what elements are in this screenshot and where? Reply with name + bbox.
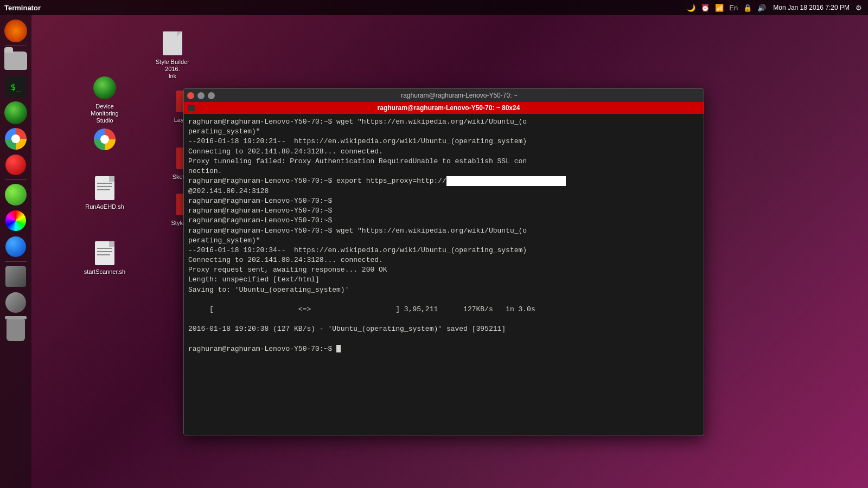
terminal-line-12: raghuram@raghuram-Lenovo-Y50-70:~$ wget … bbox=[188, 226, 699, 236]
dock-item-red-app[interactable] bbox=[3, 152, 28, 177]
dock-item-sketchup[interactable] bbox=[3, 182, 28, 207]
terminal-line-21 bbox=[188, 314, 699, 324]
desktop-icon-start-scanner[interactable]: startScanner.sh bbox=[83, 240, 126, 275]
dock-item-trash[interactable] bbox=[3, 316, 28, 341]
start-scanner-icon bbox=[92, 240, 118, 266]
terminal-line-3: --2016-01-18 19:20:21-- https://en.wikip… bbox=[188, 137, 699, 146]
terminal-menu-icon bbox=[188, 105, 195, 111]
redacted-proxy bbox=[446, 176, 566, 186]
terminal-window: raghuram@raghuram-Lenovo-Y50-70: ~ raghu… bbox=[183, 88, 704, 435]
terminal-line-24: raghuram@raghuram-Lenovo-Y50-70:~$ bbox=[188, 344, 699, 354]
terminal-line-11: raghuram@raghuram-Lenovo-Y50-70:~$ bbox=[188, 216, 699, 226]
terminal-line-7: raghuram@raghuram-Lenovo-Y50-70:~$ expor… bbox=[188, 176, 699, 187]
terminal-min-btn[interactable] bbox=[197, 92, 205, 99]
terminal-line-20: [ <=> ] 3,95,211 127KB/s in 3.0s bbox=[188, 305, 699, 314]
dock-item-disk1[interactable] bbox=[3, 264, 28, 289]
dock-item-files[interactable] bbox=[3, 48, 28, 73]
terminal-line-23 bbox=[188, 335, 699, 344]
terminal-close-btn[interactable] bbox=[187, 92, 194, 99]
settings-icon[interactable]: ⚙ bbox=[854, 3, 864, 12]
taskbar-title: Terminator bbox=[4, 4, 41, 12]
desktop: Style Builder 2016.lnk Device Monitoring… bbox=[31, 15, 868, 488]
dock-item-disk2[interactable] bbox=[3, 290, 28, 315]
terminal-line-19 bbox=[188, 295, 699, 305]
terminal-menubar: raghuram@raghuram-Lenovo-Y50-70: ~ 80x24 bbox=[184, 102, 704, 114]
taskbar-top: Terminator 🌙 ⏰ 📶 En 🔒 🔊 Mon Jan 18 2016 … bbox=[0, 0, 868, 15]
terminal-menubar-title: raghuram@raghuram-Lenovo-Y50-70: ~ 80x24 bbox=[198, 104, 699, 112]
terminal-line-15: Connecting to 202.141.80.24:3128... conn… bbox=[188, 255, 699, 265]
style-builder-label: Style Builder 2016.lnk bbox=[151, 59, 194, 80]
terminal-line-9: raghuram@raghuram-Lenovo-Y50-70:~$ bbox=[188, 196, 699, 206]
dock-item-blue[interactable] bbox=[3, 234, 28, 259]
dms-label: Device MonitoringStudio bbox=[83, 103, 126, 125]
dock-item-ubuntu[interactable] bbox=[3, 18, 28, 43]
terminal-line-22: 2016-01-18 19:20:38 (127 KB/s) - 'Ubuntu… bbox=[188, 324, 699, 334]
dock-item-chrome[interactable] bbox=[3, 126, 28, 151]
terminal-line-14: --2016-01-18 19:20:34-- https://en.wikip… bbox=[188, 246, 699, 255]
terminal-line-2: perating_system)" bbox=[188, 127, 699, 137]
terminal-titlebar: raghuram@raghuram-Lenovo-Y50-70: ~ bbox=[184, 89, 704, 102]
dock-separator-2 bbox=[5, 179, 27, 180]
terminal-line-17: Length: unspecified [text/html] bbox=[188, 275, 699, 285]
dms-icon bbox=[92, 75, 118, 101]
terminal-max-btn[interactable] bbox=[208, 92, 215, 99]
terminal-titlebar-title: raghuram@raghuram-Lenovo-Y50-70: ~ bbox=[218, 92, 700, 99]
dock-separator bbox=[5, 46, 27, 46]
desktop-icon-runao[interactable]: RunAoEHD.sh bbox=[83, 175, 126, 210]
terminal-line-10: raghuram@raghuram-Lenovo-Y50-70:~$ bbox=[188, 206, 699, 216]
chrome-icon bbox=[92, 126, 118, 152]
desktop-icon-dms[interactable]: Device MonitoringStudio bbox=[83, 75, 126, 125]
runao-icon bbox=[92, 175, 118, 201]
terminal-line-18: Saving to: 'Ubuntu_(operating_system)' bbox=[188, 285, 699, 295]
terminal-line-6: nection. bbox=[188, 166, 699, 176]
taskbar-right: 🌙 ⏰ 📶 En 🔒 🔊 Mon Jan 18 2016 7:20 PM ⚙ bbox=[686, 3, 864, 12]
terminal-line-13: perating_system)" bbox=[188, 236, 699, 246]
wifi-icon: 📶 bbox=[714, 3, 724, 12]
volume-icon: 🔊 bbox=[757, 3, 767, 12]
clock-icon: ⏰ bbox=[700, 3, 710, 12]
desktop-icon-chrome[interactable] bbox=[83, 126, 126, 155]
style-builder-icon bbox=[159, 30, 186, 56]
terminal-line-4: Connecting to 202.141.80.24:3128... conn… bbox=[188, 147, 699, 157]
terminal-line-1: raghuram@raghuram-Lenovo-Y50-70:~$ wget … bbox=[188, 117, 699, 127]
dock-separator-3 bbox=[5, 261, 27, 262]
terminal-line-5: Proxy tunneling failed: Proxy Authentica… bbox=[188, 157, 699, 166]
datetime: Mon Jan 18 2016 7:20 PM bbox=[773, 4, 850, 11]
dock-item-colorful[interactable] bbox=[3, 208, 28, 233]
dock-item-terminal[interactable]: $_ bbox=[3, 74, 28, 99]
dock: $_ bbox=[0, 15, 31, 488]
terminal-line-8: @202.141.80.24:3128 bbox=[188, 187, 699, 196]
keyboard-layout: En bbox=[729, 3, 738, 12]
terminal-body[interactable]: raghuram@raghuram-Lenovo-Y50-70:~$ wget … bbox=[184, 114, 704, 435]
network-icon: 🔒 bbox=[743, 3, 752, 12]
desktop-icon-style-builder[interactable]: Style Builder 2016.lnk bbox=[151, 30, 194, 80]
runao-label: RunAoEHD.sh bbox=[85, 203, 124, 210]
dock-item-dms[interactable] bbox=[3, 100, 28, 125]
power-icon: 🌙 bbox=[686, 3, 696, 12]
terminal-line-16: Proxy request sent, awaiting response...… bbox=[188, 265, 699, 275]
terminal-cursor bbox=[336, 345, 341, 352]
start-scanner-label: startScanner.sh bbox=[84, 268, 125, 275]
